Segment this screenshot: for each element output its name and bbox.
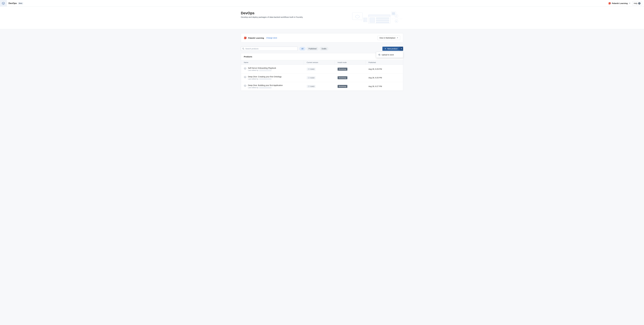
- search-icon: [242, 48, 244, 50]
- svg-rect-3: [370, 18, 375, 23]
- svg-rect-4: [376, 18, 389, 19]
- package-icon: [244, 67, 246, 70]
- view-marketplace-button[interactable]: View in Marketplace: [378, 36, 400, 40]
- package-icon: [244, 84, 246, 87]
- svg-rect-7: [391, 12, 396, 16]
- hero-illustration: λ fx + + +: [352, 11, 403, 24]
- tag-icon: [308, 77, 310, 79]
- search-box[interactable]: [241, 47, 298, 51]
- devops-box-icon: [2, 2, 5, 5]
- product-name: Deep Dive: Building your first Applicati…: [248, 84, 283, 86]
- backpack-icon: 🎒: [244, 37, 247, 39]
- redacted-user: [259, 70, 272, 71]
- page-title: DevOps: [241, 11, 303, 15]
- col-version: Current version: [304, 60, 335, 65]
- published-time: Aug 28, 6:25 PM: [368, 77, 382, 79]
- svg-rect-8: [392, 12, 393, 14]
- filter-pills: All Published Drafts: [299, 47, 328, 51]
- chevron-down-icon: [629, 3, 630, 4]
- org-name: Palantir Learning: [612, 2, 628, 5]
- version-chip: 0.3.0: [307, 76, 316, 79]
- topbar: DevOps Beta 🎒 Palantir Learning Help ?: [0, 0, 644, 7]
- table-row[interactable]: Deep Dive: Building your first Applicati…: [241, 82, 403, 91]
- redacted-user: [259, 78, 272, 80]
- col-published: Published: [366, 60, 403, 65]
- product-name: Deep Dive: Creating your first Ontology: [248, 76, 282, 78]
- org-selector[interactable]: 🎒 Palantir Learning: [608, 2, 630, 5]
- help-label: Help: [634, 2, 638, 5]
- store-banner: 🎒 Palantir Learning Change store View in…: [241, 33, 403, 43]
- svg-text:+: +: [364, 19, 364, 21]
- app-icon[interactable]: [0, 0, 7, 7]
- page-subtitle: Develop and deploy packages of data-back…: [241, 16, 303, 18]
- published-time: Aug 28, 6:27 PM: [368, 85, 382, 87]
- svg-rect-0: [352, 13, 362, 20]
- table-row[interactable]: Deep Dive: Creating your first Ontology …: [241, 74, 403, 82]
- svg-rect-5: [376, 20, 389, 21]
- help-button[interactable]: Help ?: [632, 1, 642, 6]
- topbar-right: 🎒 Palantir Learning Help ?: [608, 1, 642, 6]
- last-edited: Last edited by: [248, 78, 282, 80]
- help-icon: ?: [638, 2, 640, 5]
- beta-badge: Beta: [18, 2, 23, 5]
- tag-icon: [308, 68, 310, 70]
- svg-rect-9: [394, 12, 395, 14]
- published-time: Aug 28, 6:29 PM: [368, 68, 382, 70]
- hero-section: DevOps Develop and deploy packages of da…: [0, 7, 644, 29]
- filter-drafts[interactable]: Drafts: [320, 47, 328, 51]
- svg-rect-10: [392, 14, 395, 15]
- package-icon: [244, 76, 246, 78]
- tag-icon: [308, 85, 310, 87]
- svg-rect-2: [368, 15, 390, 17]
- new-product-dropdown-menu: Upload to store: [376, 52, 403, 58]
- svg-text:fx: fx: [396, 20, 397, 22]
- external-link-icon: [396, 37, 398, 39]
- svg-point-21: [242, 48, 244, 49]
- install-mode-chip: Bootstrap: [338, 68, 347, 71]
- version-chip: 0.4.0: [307, 85, 316, 88]
- products-toolbar: All Published Drafts New product: [241, 47, 403, 51]
- upload-to-store-label: Upload to store: [382, 54, 394, 56]
- chevron-down-icon: [401, 49, 402, 49]
- svg-text:λ: λ: [396, 15, 397, 17]
- search-input[interactable]: [245, 48, 296, 50]
- svg-text:+: +: [364, 21, 364, 22]
- table-row[interactable]: Self-Serve Onboarding Playbook Last edit…: [241, 65, 403, 74]
- last-edited: Last edited by: [248, 87, 283, 89]
- app-title: DevOps: [8, 2, 17, 5]
- new-product-button[interactable]: New product: [382, 47, 400, 51]
- upload-icon: [378, 54, 380, 56]
- backpack-icon: 🎒: [608, 2, 611, 5]
- last-edited: Last edited by: [248, 69, 276, 71]
- install-mode-chip: Bootstrap: [338, 76, 347, 79]
- plus-icon: [384, 48, 386, 50]
- new-product-label: New product: [387, 48, 398, 50]
- product-name: Self-Serve Onboarding Playbook: [248, 67, 276, 69]
- view-marketplace-label: View in Marketplace: [379, 37, 396, 39]
- page-body: 🎒 Palantir Learning Change store View in…: [0, 29, 644, 325]
- col-install: Install mode: [335, 60, 366, 65]
- version-chip: 0.4.0: [307, 68, 316, 71]
- change-store-link[interactable]: Change store: [266, 37, 277, 39]
- store-name: Palantir Learning: [248, 37, 264, 39]
- products-card: Products Name Current version Install mo…: [241, 53, 403, 91]
- svg-rect-6: [376, 22, 389, 23]
- col-name: Name: [241, 60, 304, 65]
- install-mode-chip: Bootstrap: [338, 85, 347, 88]
- filter-published[interactable]: Published: [306, 47, 319, 51]
- topbar-left: DevOps Beta: [0, 0, 23, 7]
- filter-all[interactable]: All: [299, 47, 306, 51]
- new-product-dropdown-button[interactable]: [400, 47, 403, 51]
- redacted-user: [259, 87, 272, 89]
- new-product-group: New product: [382, 47, 403, 51]
- products-table-header: Name Current version Install mode Publis…: [241, 60, 403, 65]
- upload-to-store-item[interactable]: Upload to store: [376, 53, 403, 57]
- svg-text:+: +: [364, 18, 364, 19]
- products-table-body: Self-Serve Onboarding Playbook Last edit…: [241, 65, 403, 91]
